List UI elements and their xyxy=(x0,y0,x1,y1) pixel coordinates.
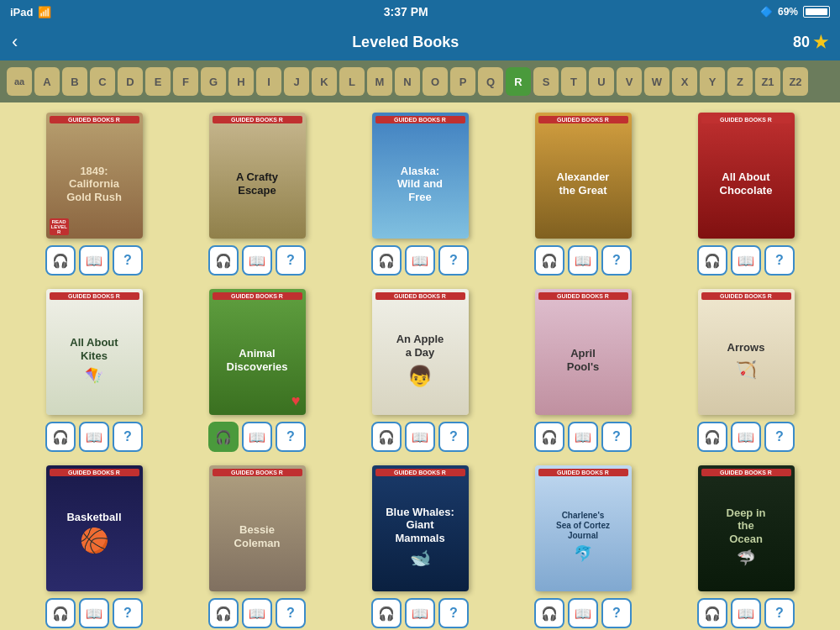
book-cover-ocean[interactable]: GUIDED BOOKS R Deep intheOcean 🦈 xyxy=(698,465,795,591)
alpha-btn-T[interactable]: T xyxy=(561,67,586,96)
info-button[interactable]: ? xyxy=(601,245,632,276)
alpha-btn-X[interactable]: X xyxy=(672,67,697,96)
alpha-btn-Q[interactable]: Q xyxy=(478,67,503,96)
info-button[interactable]: ? xyxy=(438,598,469,628)
book-cover-bessie[interactable]: GUIDED BOOKS R BessieColeman xyxy=(209,465,306,591)
read-button[interactable]: 📖 xyxy=(242,598,272,628)
alpha-btn-D[interactable]: D xyxy=(118,67,143,96)
read-button[interactable]: 📖 xyxy=(568,598,598,628)
alpha-btn-P[interactable]: P xyxy=(450,67,475,96)
info-button[interactable]: ? xyxy=(601,422,632,452)
alpha-btn-C[interactable]: C xyxy=(90,67,115,96)
alpha-btn-Y[interactable]: Y xyxy=(700,67,725,96)
alpha-btn-O[interactable]: O xyxy=(423,67,448,96)
alpha-btn-W[interactable]: W xyxy=(644,67,669,96)
read-button[interactable]: 📖 xyxy=(242,245,272,276)
audio-button[interactable]: 🎧 xyxy=(371,422,402,452)
read-button[interactable]: 📖 xyxy=(79,422,109,452)
audio-button[interactable]: 🎧 xyxy=(208,245,239,276)
read-button[interactable]: 📖 xyxy=(79,598,109,628)
audio-button[interactable]: 🎧 xyxy=(534,422,564,452)
info-button[interactable]: ? xyxy=(438,245,469,276)
read-button[interactable]: 📖 xyxy=(568,245,598,276)
alpha-btn-F[interactable]: F xyxy=(173,67,198,96)
read-button[interactable]: 📖 xyxy=(731,422,761,452)
audio-button[interactable]: 🎧 xyxy=(45,422,76,452)
battery-label: 69% xyxy=(778,6,798,18)
info-button[interactable]: ? xyxy=(764,598,795,628)
info-button[interactable]: ? xyxy=(113,598,143,628)
alpha-btn-V[interactable]: V xyxy=(617,67,642,96)
read-button[interactable]: 📖 xyxy=(405,422,435,452)
book-item-charlene: GUIDED BOOKS R Charlene'sSea of CortezJo… xyxy=(506,465,660,628)
read-button[interactable]: 📖 xyxy=(242,422,272,452)
book-cover-crafty[interactable]: GUIDED BOOKS R A CraftyEscape xyxy=(209,113,306,239)
info-button[interactable]: ? xyxy=(113,422,143,452)
info-button[interactable]: ? xyxy=(113,245,143,276)
audio-button[interactable]: 🎧 xyxy=(208,422,239,452)
alpha-btn-Z[interactable]: Z xyxy=(727,67,753,96)
alpha-btn-Z1[interactable]: Z1 xyxy=(755,67,780,96)
read-button[interactable]: 📖 xyxy=(731,598,761,628)
info-button[interactable]: ? xyxy=(276,245,306,276)
book-cover-charlene[interactable]: GUIDED BOOKS R Charlene'sSea of CortezJo… xyxy=(535,465,632,591)
book-cover-basketball[interactable]: GUIDED BOOKS R Basketball 🏀 xyxy=(46,465,143,591)
audio-button[interactable]: 🎧 xyxy=(45,245,76,276)
series-tag: GUIDED BOOKS R xyxy=(538,116,628,123)
alpha-btn-J[interactable]: J xyxy=(284,67,309,96)
book-cover-chocolate[interactable]: GUIDED BOOKS R All AboutChocolate xyxy=(698,113,795,239)
alpha-btn-L[interactable]: L xyxy=(339,67,365,96)
info-button[interactable]: ? xyxy=(438,422,469,452)
book-item-apple: GUIDED BOOKS R An Applea Day 👦 🎧 📖 ? xyxy=(343,289,497,452)
read-button[interactable]: 📖 xyxy=(79,245,109,276)
book-title: All AboutChocolate xyxy=(720,171,773,197)
back-button[interactable]: ‹ xyxy=(12,31,18,53)
book-cover-whales[interactable]: GUIDED BOOKS R Blue Whales:GiantMammals … xyxy=(372,465,469,591)
alpha-btn-U[interactable]: U xyxy=(589,67,614,96)
book-cover-arrows[interactable]: GUIDED BOOKS R Arrows 🏹 xyxy=(698,289,795,415)
audio-button[interactable]: 🎧 xyxy=(697,245,727,276)
alpha-btn-G[interactable]: G xyxy=(201,67,226,96)
read-button[interactable]: 📖 xyxy=(405,245,435,276)
audio-button[interactable]: 🎧 xyxy=(697,598,727,628)
audio-button[interactable]: 🎧 xyxy=(45,598,76,628)
series-tag: GUIDED BOOKS R xyxy=(701,116,791,123)
book-cover-alexander[interactable]: GUIDED BOOKS R Alexanderthe Great xyxy=(535,113,632,239)
book-item-alexander: GUIDED BOOKS R Alexanderthe Great 🎧 📖 ? xyxy=(506,113,660,276)
alpha-btn-R[interactable]: R xyxy=(506,67,531,96)
alpha-btn-I[interactable]: I xyxy=(256,67,281,96)
alpha-btn-A[interactable]: A xyxy=(34,67,60,96)
alpha-btn-E[interactable]: E xyxy=(145,67,171,96)
info-button[interactable]: ? xyxy=(601,598,632,628)
info-button[interactable]: ? xyxy=(764,245,795,276)
audio-button[interactable]: 🎧 xyxy=(697,422,727,452)
book-cover-1849[interactable]: GUIDED BOOKS R 1849:CaliforniaGold Rush … xyxy=(46,113,143,239)
book-cover-alaska[interactable]: GUIDED BOOKS R Alaska:Wild andFree xyxy=(372,113,469,239)
audio-button[interactable]: 🎧 xyxy=(371,598,402,628)
info-button[interactable]: ? xyxy=(764,422,795,452)
read-button[interactable]: 📖 xyxy=(731,245,761,276)
info-button[interactable]: ? xyxy=(276,422,306,452)
info-button[interactable]: ? xyxy=(276,598,306,628)
book-actions-whales: 🎧 📖 ? xyxy=(371,598,469,628)
audio-button[interactable]: 🎧 xyxy=(534,598,564,628)
read-button[interactable]: 📖 xyxy=(568,422,598,452)
alpha-btn-N[interactable]: N xyxy=(395,67,420,96)
alpha-btn-Z2[interactable]: Z2 xyxy=(783,67,808,96)
book-cover-apple[interactable]: GUIDED BOOKS R An Applea Day 👦 xyxy=(372,289,469,415)
book-cover-kites[interactable]: GUIDED BOOKS R All AboutKites 🪁 xyxy=(46,289,143,415)
alpha-btn-M[interactable]: M xyxy=(367,67,392,96)
audio-button[interactable]: 🎧 xyxy=(208,598,239,628)
alpha-btn-H[interactable]: H xyxy=(228,67,254,96)
alpha-btn-aa[interactable]: aa xyxy=(7,67,32,96)
read-button[interactable]: 📖 xyxy=(405,598,435,628)
alpha-btn-B[interactable]: B xyxy=(62,67,87,96)
alpha-btn-K[interactable]: K xyxy=(312,67,337,96)
alpha-btn-S[interactable]: S xyxy=(533,67,559,96)
audio-button[interactable]: 🎧 xyxy=(534,245,564,276)
book-cover-aprilfools[interactable]: GUIDED BOOKS R AprilPool's xyxy=(535,289,632,415)
book-cover-animal[interactable]: GUIDED BOOKS R AnimalDiscoveries ♥ xyxy=(209,289,306,415)
book-title: Alaska:Wild andFree xyxy=(397,165,443,204)
series-tag: GUIDED BOOKS R xyxy=(538,469,628,476)
audio-button[interactable]: 🎧 xyxy=(371,245,402,276)
